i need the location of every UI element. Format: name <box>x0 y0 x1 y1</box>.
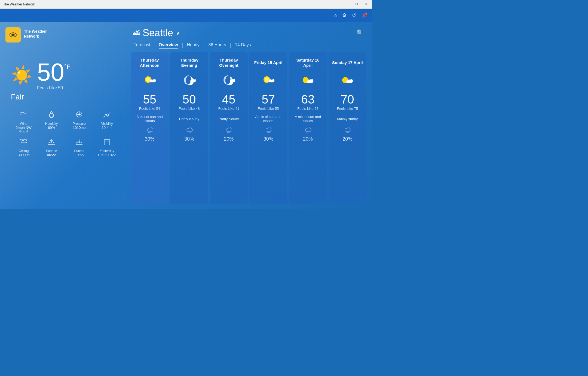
card-temp: 57 <box>262 93 275 105</box>
logo-area: The Weather Network <box>5 27 21 43</box>
forecast-card-thu-evening: Thursday Evening 50 Feels Like 48 Partly… <box>170 52 208 204</box>
card-precip-icon <box>186 126 193 135</box>
forecast-label: Forecast: <box>133 43 152 47</box>
card-period: Saturday 16 April <box>292 57 324 69</box>
logo-icon <box>5 27 21 43</box>
card-feels: Feels Like 63 <box>297 107 318 111</box>
stat-humidity: Humidity 69% <box>39 110 64 133</box>
sunset-icon <box>75 137 84 148</box>
svg-line-38 <box>269 132 270 133</box>
app-title: The Weather Network <box>3 2 35 6</box>
city-icon: 🏙 <box>133 29 140 37</box>
svg-line-45 <box>347 132 348 133</box>
forecast-card-fri: Friday 15 April 57 Feels Like 55 A mix o… <box>249 52 287 204</box>
svg-line-25 <box>148 132 149 133</box>
stats-grid: Wind 2mph NW Gust 4 Humidity 69% Pressur… <box>11 110 120 157</box>
card-weather-icon <box>142 72 157 91</box>
card-temp: 55 <box>143 93 156 105</box>
card-precip-icon <box>344 126 351 135</box>
feels-like: Feels Like 50 <box>37 86 70 90</box>
card-desc: Mainly sunny <box>337 114 358 124</box>
card-feels: Feels Like 54 <box>139 107 160 111</box>
card-weather-icon <box>261 72 276 91</box>
card-period: Thursday Afternoon <box>133 57 166 69</box>
maximize-button[interactable]: ❐ <box>354 2 359 7</box>
svg-line-36 <box>267 132 268 133</box>
current-weather: ☀️ 50 °F Feels Like 50 <box>11 60 120 90</box>
stat-pressure: Pressure 1010mb <box>66 110 92 133</box>
svg-line-44 <box>346 132 347 133</box>
close-button[interactable]: ✕ <box>364 2 369 7</box>
forecast-card-sun: Sunday 17 April 70 Feels Like 75 Mainly … <box>329 52 366 204</box>
tab-14days[interactable]: 14 Days <box>231 41 255 48</box>
card-precip-icon <box>265 126 272 135</box>
home-icon[interactable]: ⌂ <box>334 13 337 18</box>
card-precip-icon <box>225 126 232 135</box>
condition-label: Fair <box>11 93 120 101</box>
card-feels: Feels Like 41 <box>218 107 239 111</box>
svg-line-27 <box>151 132 151 133</box>
card-desc: Partly cloudy <box>219 114 239 124</box>
svg-line-32 <box>228 132 229 133</box>
card-temp: 63 <box>301 93 315 105</box>
refresh-icon[interactable]: ↺ <box>352 12 356 18</box>
card-weather-icon <box>300 72 316 91</box>
card-period: Sunday 17 April <box>332 57 363 69</box>
card-period: Friday 15 April <box>254 57 283 69</box>
card-precip-icon <box>304 126 311 135</box>
stat-visibility: Visibility 10.4mi <box>94 110 120 133</box>
settings-icon[interactable]: ⚙ <box>342 12 347 18</box>
card-weather-icon <box>182 72 197 91</box>
card-feels: Feels Like 75 <box>337 107 358 111</box>
svg-line-31 <box>227 132 228 133</box>
svg-line-40 <box>307 132 307 133</box>
card-precip: 20% <box>224 136 234 142</box>
pin-icon[interactable]: 📌 <box>362 12 367 18</box>
wind-icon <box>19 110 28 121</box>
forecast-card-thu-overnight: Thursday Overnight 45 Feels Like 41 Part… <box>210 52 248 204</box>
right-panel: 🏙 Seattle ∨ 🔍 Forecast: Overview | Hourl… <box>131 22 372 209</box>
svg-point-2 <box>12 34 14 36</box>
svg-point-3 <box>23 113 24 113</box>
city-name: Seattle <box>143 27 173 39</box>
forecast-card-thu-afternoon: Thursday Afternoon 55 Feels Like 54 A mi… <box>131 52 169 204</box>
city-dropdown-icon[interactable]: ∨ <box>176 30 180 36</box>
temperature-unit: °F <box>64 63 70 70</box>
logo-text: The Weather Network <box>24 29 47 39</box>
forecast-card-sat: Saturday 16 April 63 Feels Like 63 A mix… <box>289 52 327 204</box>
stat-sunset: Sunset 19:56 <box>66 137 92 157</box>
window-controls: — ❐ ✕ <box>344 2 369 7</box>
svg-line-26 <box>149 132 150 133</box>
card-temp: 70 <box>341 93 354 105</box>
ceiling-icon <box>19 137 28 148</box>
minimize-button[interactable]: — <box>344 2 349 7</box>
stat-ceiling: Ceiling 30000ft <box>11 137 36 157</box>
svg-line-14 <box>109 112 110 114</box>
card-precip-icon <box>146 126 153 135</box>
card-precip: 30% <box>145 136 155 142</box>
nav-tabs: Forecast: Overview | Hourly | 36 Hours |… <box>131 41 366 48</box>
card-feels: Feels Like 55 <box>258 107 279 111</box>
card-period: Thursday Overnight <box>213 57 245 69</box>
svg-line-37 <box>268 132 269 133</box>
tab-overview[interactable]: Overview <box>155 41 182 48</box>
search-icon[interactable]: 🔍 <box>356 29 364 37</box>
tab-36hours[interactable]: 36 Hours <box>204 41 230 48</box>
city-header: 🏙 Seattle ∨ 🔍 <box>131 27 366 41</box>
toolbar: ⌂ ⚙ ↺ 📌 <box>0 9 372 22</box>
svg-line-46 <box>348 132 349 133</box>
forecast-cards: Thursday Afternoon 55 Feels Like 54 A mi… <box>131 52 366 204</box>
svg-point-24 <box>146 77 150 82</box>
card-precip: 20% <box>303 136 313 142</box>
card-precip: 20% <box>342 136 352 142</box>
sunrise-icon <box>47 137 56 148</box>
pressure-icon <box>75 110 84 121</box>
svg-line-41 <box>308 132 308 133</box>
svg-rect-19 <box>104 140 110 145</box>
card-desc: Partly cloudy <box>179 114 199 124</box>
card-weather-icon <box>340 72 355 91</box>
left-panel: The Weather Network ☀️ 50 °F Feels Like … <box>0 22 131 209</box>
card-weather-icon <box>221 72 236 91</box>
card-temp: 50 <box>183 93 196 105</box>
tab-hourly[interactable]: Hourly <box>183 41 203 48</box>
